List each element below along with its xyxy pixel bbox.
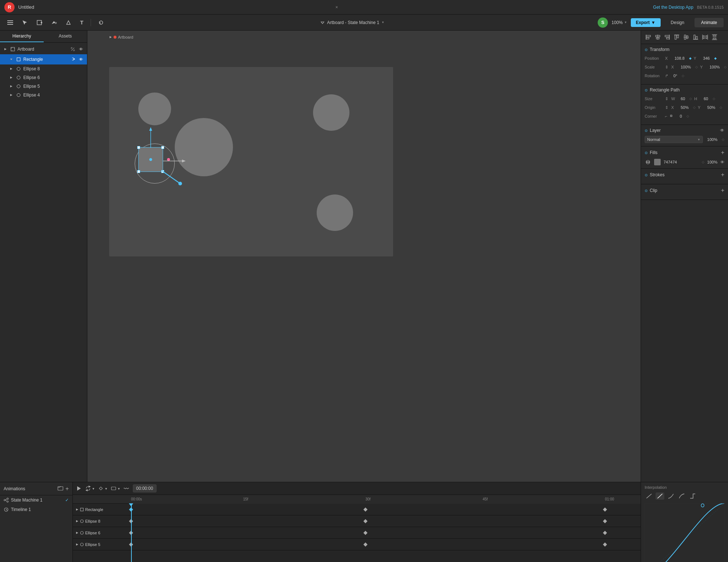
handle-tl[interactable] bbox=[137, 146, 140, 149]
opacity-value[interactable]: 100% bbox=[705, 136, 720, 143]
keyframe-rect-3[interactable] bbox=[603, 507, 607, 511]
tab-design[interactable]: Design bbox=[664, 18, 691, 27]
handle-bl[interactable] bbox=[137, 170, 140, 173]
layer-collapse[interactable]: ⊙ bbox=[645, 129, 648, 133]
hierarchy-item-ellipse4[interactable]: Ellipse 4 bbox=[0, 91, 87, 99]
interp-ease-in-icon[interactable] bbox=[666, 492, 675, 500]
handle-br[interactable] bbox=[161, 170, 164, 173]
select-tool[interactable] bbox=[19, 18, 31, 27]
hierarchy-item-artboard[interactable]: Artboard 👁 bbox=[0, 44, 87, 54]
size-w-value[interactable]: 60 bbox=[678, 95, 687, 102]
align-center-v-btn[interactable] bbox=[682, 34, 690, 41]
tab-assets[interactable]: Assets bbox=[44, 31, 87, 42]
artboard-canvas[interactable] bbox=[109, 67, 393, 256]
handle-pink[interactable] bbox=[167, 158, 170, 161]
rotation-diamond[interactable]: ◇ bbox=[682, 74, 684, 78]
strokes-collapse[interactable]: ⊙ bbox=[645, 173, 648, 177]
align-top-btn[interactable] bbox=[673, 34, 680, 41]
hierarchy-item-ellipse6[interactable]: Ellipse 6 bbox=[0, 73, 87, 82]
ellipse-top-left[interactable] bbox=[138, 93, 171, 125]
keyframe-e8-2[interactable] bbox=[363, 519, 367, 523]
keyframe-e5-3[interactable] bbox=[603, 542, 607, 546]
hierarchy-item-rectangle[interactable]: Rectangle 👁 bbox=[0, 54, 87, 64]
layer-visibility-icon[interactable]: 👁 bbox=[720, 128, 724, 133]
fill-color-swatch[interactable] bbox=[654, 159, 661, 165]
rect-visibility-icon[interactable]: 👁 bbox=[78, 56, 84, 63]
hamburger-menu[interactable] bbox=[4, 18, 16, 27]
pos-y-value[interactable]: 346 bbox=[701, 55, 712, 62]
artboard-visibility-icon[interactable]: 👁 bbox=[78, 46, 84, 52]
distribute-h-btn[interactable] bbox=[701, 34, 709, 41]
undo-button[interactable] bbox=[95, 18, 107, 27]
export-button[interactable]: Export ▼ bbox=[631, 18, 661, 27]
track-content-rectangle[interactable] bbox=[131, 504, 641, 515]
hierarchy-item-ellipse5[interactable]: Ellipse 5 bbox=[0, 82, 87, 91]
align-center-h-btn[interactable] bbox=[654, 34, 661, 41]
fill-opacity-value[interactable]: 100% bbox=[707, 160, 717, 164]
scale-x-diamond[interactable]: ◇ bbox=[695, 65, 698, 69]
track-content-ellipse5[interactable] bbox=[131, 539, 641, 550]
transform-collapse[interactable]: ⊙ bbox=[645, 48, 648, 52]
keyframe-e6-2[interactable] bbox=[363, 531, 367, 535]
align-right-btn[interactable] bbox=[664, 34, 671, 41]
fill-hex-diamond[interactable]: ◇ bbox=[702, 160, 704, 164]
align-bottom-btn[interactable] bbox=[692, 34, 699, 41]
eraser-tool[interactable] bbox=[63, 18, 74, 27]
track-content-ellipse8[interactable] bbox=[131, 515, 641, 527]
pos-y-diamond[interactable]: ◆ bbox=[714, 56, 717, 60]
corner-diamond[interactable]: ◇ bbox=[687, 114, 689, 118]
fill-hex-value[interactable]: 747474 bbox=[664, 160, 699, 164]
blend-mode-select[interactable]: Normal ▼ bbox=[645, 136, 703, 143]
rotation-value[interactable]: 0° bbox=[671, 72, 680, 79]
text-tool[interactable]: T bbox=[77, 18, 86, 27]
keyframe-rect-2[interactable] bbox=[363, 507, 367, 511]
opacity-diamond[interactable]: ◇ bbox=[722, 138, 724, 141]
scale-y-value[interactable]: 100% bbox=[707, 64, 722, 70]
close-button[interactable]: × bbox=[333, 4, 340, 11]
rect-path-collapse[interactable]: ⊙ bbox=[645, 88, 648, 92]
desktop-app-link[interactable]: Get the Desktop App bbox=[653, 5, 693, 10]
ellipse-top-right[interactable] bbox=[313, 94, 349, 131]
fill-visibility-icon[interactable]: 👁 bbox=[720, 160, 724, 164]
add-animation-button[interactable]: + bbox=[66, 486, 69, 492]
fill-settings-icon[interactable] bbox=[645, 159, 651, 165]
add-clip-button[interactable]: + bbox=[721, 187, 724, 194]
handle-center[interactable] bbox=[149, 158, 152, 161]
new-folder-icon[interactable] bbox=[58, 485, 63, 492]
size-w-diamond[interactable]: ◇ bbox=[689, 97, 692, 101]
play-button[interactable] bbox=[76, 486, 82, 491]
add-fill-button[interactable]: + bbox=[721, 149, 724, 156]
keyframe-e6-3[interactable] bbox=[603, 531, 607, 535]
rectangle-tool[interactable] bbox=[33, 18, 45, 27]
origin-y-value[interactable]: 50% bbox=[705, 104, 717, 111]
origin-x-diamond[interactable]: ◇ bbox=[693, 106, 696, 109]
resize-btn[interactable]: ▾ bbox=[111, 486, 120, 491]
distribute-v-btn[interactable] bbox=[711, 34, 718, 41]
loop-button[interactable]: ▾ bbox=[85, 486, 94, 491]
pen-tool[interactable] bbox=[48, 18, 60, 27]
zoom-control[interactable]: 100% ▼ bbox=[612, 20, 627, 25]
artboard-selector[interactable]: Artboard - State Machine 1 ▼ bbox=[317, 19, 388, 27]
state-machine-item[interactable]: State Machine 1 ✓ bbox=[0, 495, 72, 505]
interp-ease-out-icon[interactable] bbox=[677, 492, 686, 500]
size-h-value[interactable]: 60 bbox=[701, 95, 710, 102]
scale-y-diamond[interactable]: ◇ bbox=[724, 65, 727, 69]
handle-tr[interactable] bbox=[161, 146, 164, 149]
hierarchy-item-ellipse8[interactable]: Ellipse 8 bbox=[0, 64, 87, 73]
interp-hold-icon[interactable] bbox=[688, 492, 697, 500]
selected-rect[interactable] bbox=[138, 147, 163, 172]
origin-x-value[interactable]: 50% bbox=[678, 104, 691, 111]
ellipse-bottom-right[interactable] bbox=[317, 194, 353, 231]
keyframe-e5-2[interactable] bbox=[363, 542, 367, 546]
tab-animate[interactable]: Animate bbox=[695, 18, 724, 27]
interp-ease-icon[interactable] bbox=[656, 492, 664, 500]
track-content-ellipse6[interactable] bbox=[131, 527, 641, 538]
timeline1-item[interactable]: Timeline 1 bbox=[0, 505, 72, 514]
align-left-btn[interactable] bbox=[645, 34, 652, 41]
pos-x-diamond[interactable]: ◆ bbox=[689, 56, 692, 60]
pos-x-value[interactable]: 108.8 bbox=[672, 55, 687, 62]
keyframe-btn[interactable]: ▾ bbox=[98, 486, 107, 491]
rect-container[interactable] bbox=[138, 147, 163, 172]
rect-link-icon[interactable] bbox=[70, 56, 76, 63]
size-h-diamond[interactable]: ◇ bbox=[713, 97, 715, 101]
